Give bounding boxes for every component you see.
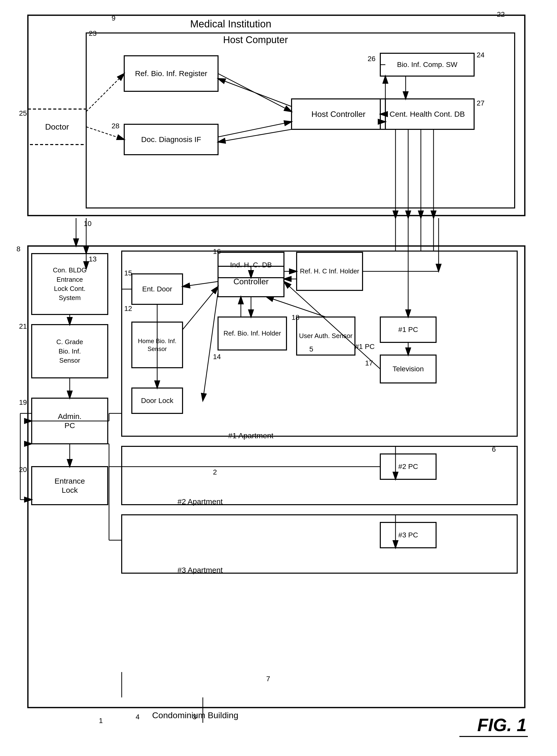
svg-line-39 <box>218 79 292 107</box>
svg-line-71 <box>182 282 218 287</box>
num-7: 7 <box>266 675 270 683</box>
no1-apartment-label: #1 Apartment <box>228 431 273 440</box>
doctor-label: Doctor <box>28 109 86 145</box>
num-14: 14 <box>213 352 221 361</box>
svg-line-72 <box>182 287 218 330</box>
home-bio-inf-sensor-label: Home Bio. Inf. Sensor <box>132 322 182 368</box>
num-17: 17 <box>365 359 373 368</box>
svg-line-40 <box>218 122 292 137</box>
door-lock-label: Door Lock <box>132 388 182 413</box>
condominium-building-label: Condominium Building <box>152 710 238 721</box>
no1-pc-num: #1 PC <box>355 342 375 351</box>
ent-door-label: Ent. Door <box>132 274 182 304</box>
no2-pc-label: #2 PC <box>380 454 436 479</box>
television-label: Television <box>380 355 436 383</box>
num-9: 9 <box>112 14 116 23</box>
host-controller-label: Host Controller <box>292 99 385 129</box>
con-bldg-label: Con. BLDG Entrance Lock Cont. System <box>32 254 108 315</box>
num-6: 6 <box>492 445 496 454</box>
ind-hc-db-label: Ind. H. C. DB <box>218 252 284 278</box>
doc-diagnosis-if-label: Doc. Diagnosis IF <box>124 124 218 155</box>
num-5: 5 <box>309 345 313 353</box>
num-26: 26 <box>368 55 376 63</box>
num-4: 4 <box>136 713 140 721</box>
svg-line-73 <box>203 292 218 401</box>
num-24: 24 <box>477 51 485 59</box>
num-10: 10 <box>84 220 91 228</box>
num-15: 15 <box>124 269 132 278</box>
user-auth-sensor-label: User Auth. Sensor <box>297 317 355 355</box>
fig-label: FIG. 1 <box>477 715 527 736</box>
no3-apartment-label: #3 Apartment <box>177 565 223 575</box>
num-2: 2 <box>213 468 217 476</box>
no2-apartment-label: #2 Apartment <box>177 497 223 506</box>
entrance-lock-label: Entrance Lock <box>32 467 108 505</box>
num-8: 8 <box>17 245 21 253</box>
num-21: 21 <box>19 322 27 331</box>
medical-institution-label: Medical Institution <box>190 18 271 30</box>
num-27: 27 <box>477 99 485 108</box>
num-1: 1 <box>99 717 103 725</box>
num-28: 28 <box>112 122 119 130</box>
num-12: 12 <box>124 304 132 313</box>
svg-rect-26 <box>122 515 517 573</box>
ref-bio-inf-holder-label: Ref. Bio. Inf. Holder <box>218 317 287 350</box>
num-22: 22 <box>497 10 505 19</box>
host-computer-label: Host Computer <box>223 34 288 46</box>
num-23: 23 <box>89 29 96 38</box>
no3-pc-label: #3 PC <box>380 522 436 548</box>
num-20: 20 <box>19 465 27 474</box>
diagram-container: 9 22 23 Medical Institution Host Compute… <box>0 0 557 756</box>
svg-line-41 <box>218 129 292 142</box>
ref-hc-inf-holder-label: Ref. H. C Inf. Holder <box>297 252 362 290</box>
ref-bio-inf-register-label: Ref. Bio. Inf. Register <box>124 56 218 91</box>
fig-label-underline <box>460 736 528 737</box>
admin-pc-label: Admin. PC <box>32 398 108 444</box>
cent-health-cont-db-label: Cent. Health Cont. DB <box>380 99 474 129</box>
c-grade-bio-label: C. Grade Bio. Inf. Sensor <box>32 325 108 378</box>
no1-pc-label: #1 PC <box>380 317 436 342</box>
num-25: 25 <box>19 109 27 118</box>
svg-rect-24 <box>122 446 517 505</box>
svg-line-32 <box>86 74 124 112</box>
num-19: 19 <box>19 398 27 407</box>
bio-inf-comp-sw-label: Bio. Inf. Comp. SW <box>380 53 474 76</box>
